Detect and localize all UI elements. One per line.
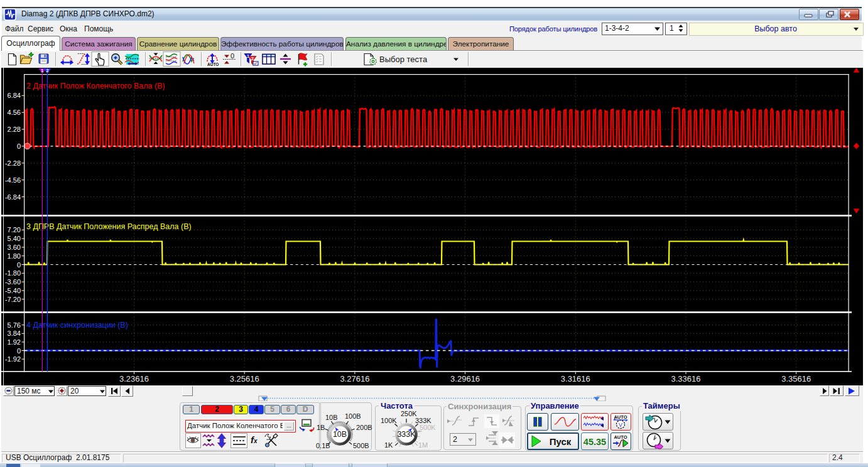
svg-text:-5.40: -5.40 xyxy=(5,287,21,294)
svg-text:2: 2 xyxy=(251,56,254,61)
svg-text:-6.84: -6.84 xyxy=(5,193,21,201)
svg-text:AUTO: AUTO xyxy=(614,414,627,420)
svg-text:AUTO: AUTO xyxy=(207,62,219,67)
svg-text:0: 0 xyxy=(17,347,21,355)
svg-text:4.56: 4.56 xyxy=(8,109,21,116)
svg-text:2.28: 2.28 xyxy=(8,126,21,133)
svg-text:3.35616: 3.35616 xyxy=(781,374,811,384)
svg-text:3 ДПРВ Датчик Положения Распре: 3 ДПРВ Датчик Положения Распред Вала (В) xyxy=(26,222,192,231)
svg-text:1.80: 1.80 xyxy=(8,252,21,260)
svg-text:2: 2 xyxy=(46,68,49,73)
svg-text:3.29616: 3.29616 xyxy=(450,374,480,384)
svg-text:0: 0 xyxy=(17,142,21,150)
svg-text:-3.60: -3.60 xyxy=(5,278,21,286)
svg-text:0: 0 xyxy=(231,52,234,60)
svg-text:1.92: 1.92 xyxy=(8,338,21,346)
svg-text:3.33616: 3.33616 xyxy=(671,374,701,384)
svg-text:-4.56: -4.56 xyxy=(5,176,21,184)
svg-text:-2.28: -2.28 xyxy=(5,159,21,167)
svg-text:3.60: 3.60 xyxy=(8,244,21,251)
svg-text:6.84: 6.84 xyxy=(8,92,21,99)
svg-text:5.40: 5.40 xyxy=(8,235,21,242)
svg-text:3.84: 3.84 xyxy=(8,330,21,337)
svg-text:-7.20: -7.20 xyxy=(5,296,21,303)
svg-text:3.23616: 3.23616 xyxy=(119,374,149,384)
svg-text:10В: 10В xyxy=(333,430,347,439)
svg-text:3.25616: 3.25616 xyxy=(230,374,259,384)
svg-text:3.27616: 3.27616 xyxy=(340,374,369,384)
svg-text:4 Датчик синхронизации (В): 4 Датчик синхронизации (В) xyxy=(26,321,128,330)
svg-text:0: 0 xyxy=(17,261,21,269)
svg-text:7.20: 7.20 xyxy=(8,226,21,234)
svg-text:V: V xyxy=(619,422,622,428)
svg-text:-1.80: -1.80 xyxy=(5,269,21,277)
svg-text:333K: 333K xyxy=(397,430,416,439)
svg-text:1: 1 xyxy=(41,68,43,73)
svg-text:-1.92: -1.92 xyxy=(5,355,21,363)
svg-text:5.76: 5.76 xyxy=(8,321,21,329)
svg-text:3.31616: 3.31616 xyxy=(561,374,590,384)
svg-text:AUTO: AUTO xyxy=(614,434,627,440)
svg-text:Выбор теста: Выбор теста xyxy=(379,55,428,64)
